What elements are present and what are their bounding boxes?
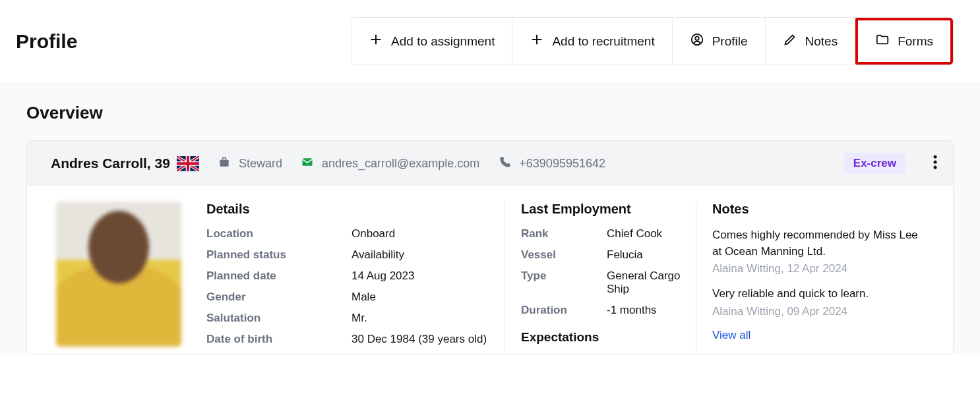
detail-val: Availability	[352, 248, 404, 262]
detail-row: Gender Male	[206, 291, 493, 304]
user-circle-icon	[690, 32, 704, 50]
person-role-text: Steward	[239, 157, 282, 171]
pencil-icon	[783, 32, 797, 50]
avatar-column	[43, 202, 195, 354]
button-label: Add to recruitment	[552, 34, 654, 49]
employment-val: Chief Cook	[607, 227, 662, 240]
person-email-text: andres_carroll@example.com	[322, 157, 479, 171]
employment-key: Rank	[521, 227, 607, 240]
page-title: Profile	[16, 30, 77, 53]
employment-key: Duration	[521, 304, 607, 317]
overview-title: Overview	[26, 103, 954, 123]
employment-column: Last Employment Rank Chief Cook Vessel F…	[505, 202, 696, 354]
note-item: Very reliable and quick to learn. Alaina…	[712, 286, 925, 318]
page-header: Profile Add to assignment Add to recruit…	[0, 0, 980, 84]
employment-row: Rank Chief Cook	[521, 227, 684, 240]
profile-card-header: Andres Carroll, 39 Steward	[27, 141, 953, 186]
employment-key: Vessel	[521, 248, 607, 262]
profile-card: Andres Carroll, 39 Steward	[26, 140, 954, 354]
detail-key: Location	[206, 227, 352, 240]
notes-column: Notes Comes highly recommended by Miss L…	[696, 202, 937, 354]
status-badge: Ex-crew	[844, 153, 905, 174]
note-item: Comes highly recommended by Miss Lee at …	[712, 227, 925, 275]
forms-button[interactable]: Forms	[858, 20, 950, 62]
add-to-assignment-button[interactable]: Add to assignment	[352, 18, 512, 65]
person-name-text: Andres Carroll, 39	[51, 156, 170, 171]
detail-row: Location Onboard	[206, 227, 493, 240]
button-label: Notes	[805, 34, 838, 49]
detail-key: Date of birth	[206, 333, 352, 346]
detail-row: Planned status Availability	[206, 248, 493, 262]
plus-icon	[369, 32, 383, 50]
employment-title: Last Employment	[521, 202, 684, 217]
more-menu-button[interactable]	[933, 155, 937, 172]
employment-val: General Cargo Ship	[607, 269, 684, 296]
detail-key: Planned date	[206, 269, 352, 283]
svg-point-5	[934, 161, 937, 164]
detail-val: Mr.	[352, 312, 367, 325]
svg-point-6	[934, 166, 937, 169]
person-email[interactable]: andres_carroll@example.com	[301, 156, 479, 172]
detail-val: Male	[352, 291, 376, 304]
employment-val: -1 months	[607, 304, 657, 317]
expectations-title: Expectations	[521, 330, 684, 345]
note-meta: Alaina Witting, 12 Apr 2024	[712, 262, 925, 275]
note-text: Very reliable and quick to learn.	[712, 286, 925, 302]
person-phone-text: +639095951642	[519, 157, 605, 171]
button-label: Forms	[898, 34, 933, 49]
detail-val: Onboard	[352, 227, 395, 240]
svg-point-1	[695, 36, 699, 40]
notes-button[interactable]: Notes	[766, 18, 856, 65]
phone-icon	[498, 156, 511, 172]
add-to-recruitment-button[interactable]: Add to recruitment	[512, 18, 672, 65]
employment-key: Type	[521, 269, 607, 296]
detail-key: Gender	[206, 291, 352, 304]
employment-row: Type General Cargo Ship	[521, 269, 684, 296]
avatar	[56, 202, 181, 347]
detail-val: 30 Dec 1984 (39 years old)	[352, 333, 487, 346]
detail-key: Salutation	[206, 312, 352, 325]
detail-row: Planned date 14 Aug 2023	[206, 269, 493, 283]
detail-row: Salutation Mr.	[206, 312, 493, 325]
profile-button[interactable]: Profile	[673, 18, 766, 65]
mail-icon	[301, 156, 314, 172]
button-label: Add to assignment	[391, 34, 495, 49]
svg-point-4	[934, 156, 937, 159]
note-text: Comes highly recommended by Miss Lee at …	[712, 227, 925, 260]
content-area: Overview Andres Carroll, 39	[0, 84, 980, 354]
employment-row: Duration -1 months	[521, 304, 684, 317]
header-toolbar: Add to assignment Add to recruitment Pro…	[351, 17, 954, 65]
employment-row: Vessel Felucia	[521, 248, 684, 262]
profile-card-body: Details Location Onboard Planned status …	[27, 186, 953, 354]
person-name: Andres Carroll, 39	[51, 156, 199, 171]
detail-key: Planned status	[206, 248, 352, 262]
details-column: Details Location Onboard Planned status …	[195, 202, 505, 354]
uk-flag-icon	[177, 156, 199, 171]
employment-val: Felucia	[607, 248, 643, 262]
person-role: Steward	[218, 156, 282, 172]
plus-icon	[530, 32, 544, 50]
details-title: Details	[206, 202, 493, 217]
person-phone[interactable]: +639095951642	[498, 156, 605, 172]
briefcase-icon	[218, 156, 231, 172]
forms-highlight: Forms	[855, 18, 953, 65]
detail-row: Date of birth 30 Dec 1984 (39 years old)	[206, 333, 493, 346]
view-all-link[interactable]: View all	[712, 329, 925, 342]
button-label: Profile	[712, 34, 748, 49]
notes-title: Notes	[712, 202, 925, 217]
note-meta: Alaina Witting, 09 Apr 2024	[712, 305, 925, 318]
detail-val: 14 Aug 2023	[352, 269, 414, 283]
folder-icon	[875, 32, 890, 50]
